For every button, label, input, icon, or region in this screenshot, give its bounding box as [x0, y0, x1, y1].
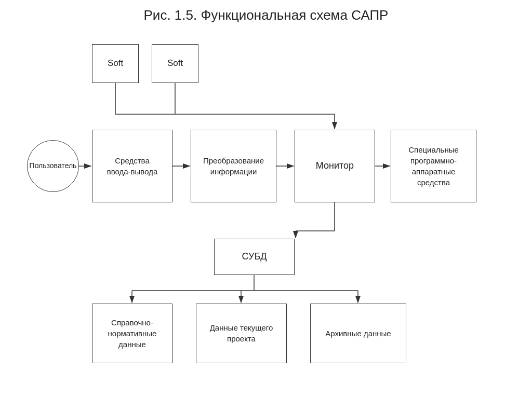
user-circle: Поль­зова­тель — [27, 140, 79, 192]
page-title: Рис. 1.5. Функциональная схема САПР — [11, 7, 521, 23]
transform-box: Преобразование информации — [191, 130, 276, 202]
current-box: Данные текущего проекта — [196, 304, 287, 363]
soft1-box: Soft — [92, 44, 139, 83]
dbms-box: СУБД — [214, 239, 295, 275]
special-box: Специальные программно‑ аппаратные средс… — [391, 130, 476, 202]
page: Рис. 1.5. Функциональная схема САПР Soft… — [11, 7, 521, 391]
monitor-box: Монитор — [295, 130, 375, 202]
archive-box: Архивные данные — [310, 304, 406, 363]
soft2-box: Soft — [152, 44, 198, 83]
io-box: Средства ввода‑вывода — [92, 130, 172, 202]
diagram: Soft Soft Поль­зова­тель Средства ввода‑… — [11, 39, 521, 392]
reference-box: Справочно‑ нормативные данные — [92, 304, 172, 363]
